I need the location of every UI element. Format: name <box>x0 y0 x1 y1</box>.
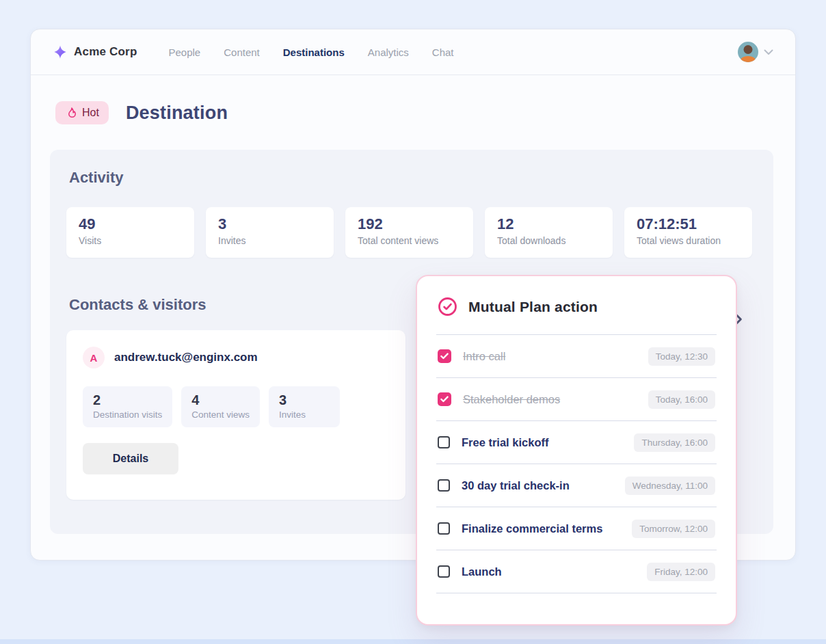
task-checkbox[interactable] <box>438 349 451 363</box>
contact-avatar: A <box>83 347 105 368</box>
activity-stat-card: 12 Total downloads <box>485 207 613 258</box>
contact-stat-tile: 3 Invites <box>269 386 340 427</box>
stat-label: Invites <box>218 235 321 246</box>
task-row: Free trial kickoff Thursday, 16:00 <box>436 421 717 464</box>
bottom-strip <box>0 639 826 644</box>
task-row: Launch Friday, 12:00 <box>436 550 717 593</box>
task-checkbox[interactable] <box>438 392 451 406</box>
tile-value: 3 <box>279 392 330 408</box>
stat-value: 192 <box>358 215 461 233</box>
nav-items: People Content Destinations Analytics Ch… <box>169 46 454 58</box>
nav-item[interactable]: Analytics <box>368 46 409 58</box>
mutual-plan-modal: Mutual Plan action Intro call Today, 12:… <box>416 275 737 626</box>
check-circle-icon <box>438 297 457 317</box>
task-label: Finalize commercial terms <box>462 522 602 535</box>
contact-card: A andrew.tuck@enginx.com 2 Destination v… <box>66 330 405 500</box>
activity-heading: Activity <box>69 169 757 187</box>
task-list: Intro call Today, 12:30 Stakeholder demo… <box>436 335 717 593</box>
stat-label: Total downloads <box>497 235 600 246</box>
details-button[interactable]: Details <box>83 443 178 474</box>
activity-stat-card: 07:12:51 Total views duration <box>624 207 752 258</box>
stat-value: 07:12:51 <box>637 215 740 233</box>
task-row: Finalize commercial terms Tomorrow, 12:0… <box>436 507 717 550</box>
contact-stat-tile: 4 Content views <box>181 386 260 427</box>
contact-header: A andrew.tuck@enginx.com <box>83 347 389 368</box>
task-row: Intro call Today, 12:30 <box>436 335 717 378</box>
task-time-badge: Today, 16:00 <box>648 390 715 409</box>
stat-label: Total views duration <box>637 235 740 246</box>
tile-label: Invites <box>279 410 330 420</box>
user-avatar[interactable] <box>738 42 758 62</box>
activity-stats: 49 Visits 3 Invites 192 Total content vi… <box>66 207 757 258</box>
task-label: Stakeholder demos <box>463 393 560 406</box>
user-menu[interactable] <box>738 42 773 62</box>
contact-email: andrew.tuck@enginx.com <box>114 351 258 364</box>
flame-icon <box>65 107 77 119</box>
nav-item[interactable]: Destinations <box>283 46 345 58</box>
hot-badge: Hot <box>55 101 109 124</box>
stat-value: 3 <box>218 215 321 233</box>
task-checkbox[interactable] <box>438 479 450 492</box>
task-time-badge: Tomorrow, 12:00 <box>632 520 715 538</box>
task-label: Intro call <box>463 350 505 363</box>
stat-label: Visits <box>79 235 182 246</box>
mutual-plan-header: Mutual Plan action <box>436 297 717 335</box>
task-checkbox[interactable] <box>438 522 450 535</box>
task-label: Free trial kickoff <box>462 436 548 449</box>
contact-stats: 2 Destination visits 4 Content views 3 I… <box>83 386 389 427</box>
page-title: Destination <box>126 103 228 124</box>
tile-value: 4 <box>191 392 250 408</box>
nav-item[interactable]: People <box>169 46 201 58</box>
task-checkbox[interactable] <box>438 565 450 578</box>
activity-stat-card: 192 Total content views <box>345 207 473 258</box>
stat-label: Total content views <box>358 235 461 246</box>
task-label: Launch <box>462 565 502 578</box>
chevron-down-icon <box>764 49 773 55</box>
check-icon <box>440 396 449 403</box>
contact-stat-tile: 2 Destination visits <box>83 386 172 427</box>
task-time-badge: Thursday, 16:00 <box>634 433 715 452</box>
activity-stat-card: 3 Invites <box>206 207 334 258</box>
tile-value: 2 <box>93 392 162 408</box>
task-checkbox[interactable] <box>438 436 450 448</box>
task-label: 30 day trial check-in <box>462 479 570 492</box>
check-icon <box>440 353 449 360</box>
hot-badge-label: Hot <box>82 107 99 119</box>
mutual-plan-title: Mutual Plan action <box>468 299 598 315</box>
stat-value: 49 <box>79 215 182 233</box>
brand-logo: Acme Corp <box>53 44 137 59</box>
brand-name: Acme Corp <box>74 45 137 59</box>
sparkle-star-icon <box>53 44 68 59</box>
task-row: 30 day trial check-in Wednesday, 11:00 <box>436 464 717 507</box>
tile-label: Content views <box>191 410 250 420</box>
nav-item[interactable]: Content <box>224 46 260 58</box>
top-navigation-bar: Acme Corp People Content Destinations An… <box>31 29 795 75</box>
task-time-badge: Today, 12:30 <box>648 347 715 366</box>
task-time-badge: Wednesday, 11:00 <box>625 477 715 495</box>
page-heading-row: Hot Destination <box>55 101 795 124</box>
task-row: Stakeholder demos Today, 16:00 <box>436 378 717 421</box>
activity-stat-card: 49 Visits <box>66 207 194 258</box>
stat-value: 12 <box>497 215 600 233</box>
tile-label: Destination visits <box>93 410 162 420</box>
nav-item[interactable]: Chat <box>432 46 454 58</box>
task-time-badge: Friday, 12:00 <box>647 563 715 581</box>
